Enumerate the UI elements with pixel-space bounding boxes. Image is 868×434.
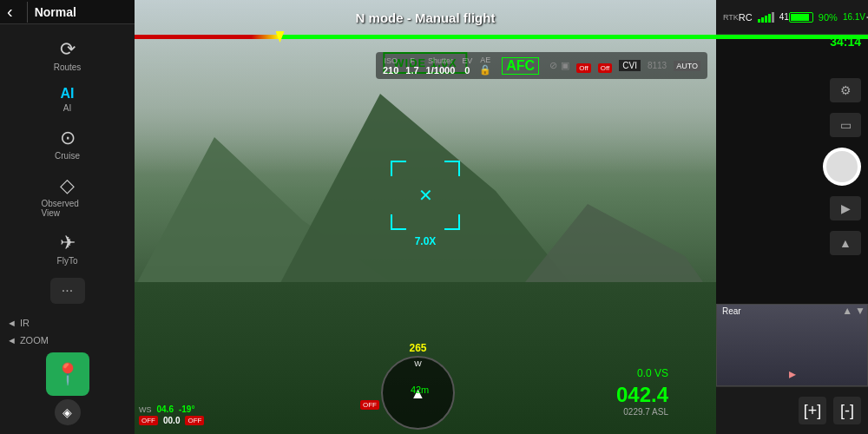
map-icon[interactable]: 📍 [46,352,89,396]
sidebar-item-routes[interactable]: ⟳ Routes [33,33,102,77]
settings-icon: ⚙ [840,83,852,97]
camera-view: N mode - Manual flight WIDE 1.0X ISO 210… [135,0,716,434]
battery-pct: 90% [819,12,838,23]
right-top-status: RTK RC 41 90% 16.1V ··· [716,0,868,35]
map-sub-button[interactable]: ◈ [55,399,81,425]
progress-bar-red [135,35,280,39]
observed-icon: ◇ [60,174,75,197]
flyto-icon: ✈ [60,232,76,254]
battery-fill [791,14,810,21]
zoom-in-button[interactable]: [+] [799,397,826,424]
sidebar-item-cruise[interactable]: ⊙ Cruise [33,122,102,166]
rtk-status: RTK [723,13,739,22]
top-bar: ‹ Normal [0,0,135,24]
play-button[interactable]: ▶ [830,196,861,220]
flyto-label: FlyTo [57,256,78,266]
divider [27,2,28,23]
ai-label: AI [63,103,71,113]
sidebar-item-flyto[interactable]: ✈ FlyTo [33,227,102,271]
rc-signal-value: 41 [779,12,789,22]
ir-triangle-icon: ◄ [7,318,16,328]
zoom-in-icon: [+] [804,402,822,420]
more-button[interactable]: ··· [50,278,85,304]
battery-bar [789,12,813,23]
nav-items: ⟳ Routes AI AI ⊙ Cruise ◇ Observed View … [0,24,135,307]
right-sidebar: RTK RC 41 90% 16.1V ··· 34:14 ⚙ [716,0,868,434]
nav-up-icon: ▲ [839,236,852,250]
nav-up-button[interactable]: ▲ [830,231,861,255]
ir-label[interactable]: ◄ IR [7,314,128,332]
rear-camera: Rear ▲ ▼ ▸ [716,304,868,386]
flight-mode-title: N mode - Manual flight [356,10,496,25]
rear-nav-icon: ▸ [789,365,796,382]
rtk-label: RTK [723,13,739,22]
timer-display: 34:14 [830,35,861,49]
sidebar-item-ai[interactable]: AI AI [33,81,102,118]
battery-voltage: 16.1V [843,12,865,22]
sidebar-bottom: ◄ IR ◄ ZOOM 📍 ◈ [0,307,135,434]
routes-label: Routes [54,62,82,72]
zoom-triangle-icon: ◄ [7,335,16,345]
rear-up-button[interactable]: ▲ [842,305,852,317]
back-button[interactable]: ‹ [7,2,13,22]
rear-down-button[interactable]: ▼ [855,305,865,317]
foreground-trees [135,282,716,434]
ai-icon: AI [61,86,75,102]
frame-button[interactable]: ▭ [830,113,861,137]
main-top-bar: N mode - Manual flight [135,0,716,35]
zoom-label[interactable]: ◄ ZOOM [7,332,128,349]
shutter-inner [826,151,858,182]
right-controls: ⚙ ▭ ▶ ▲ [716,35,868,255]
rc-status: RC 41 [739,12,789,23]
frame-icon: ▭ [840,118,852,132]
routes-icon: ⟳ [60,38,76,61]
sidebar-item-observed-view[interactable]: ◇ Observed View [33,169,102,223]
settings-button[interactable]: ⚙ [830,78,861,102]
rc-signal-bars [758,12,774,23]
rear-camera-controls: ▲ ▼ [842,305,865,317]
mode-label[interactable]: Normal [35,5,76,19]
battery-status: 90% 16.1V [789,12,865,23]
left-sidebar: ‹ Normal ⟳ Routes AI AI ⊙ Cruise ◇ Obser… [0,0,135,434]
cruise-label: Cruise [55,151,80,161]
play-icon: ▶ [841,201,851,215]
progress-bar [135,35,716,39]
zoom-out-button[interactable]: [-] [833,397,861,424]
shutter-button[interactable] [823,148,861,186]
zoom-controls: [+] [-] [716,386,868,434]
cruise-icon: ⊙ [60,127,76,149]
rc-label: RC [739,12,753,23]
rear-camera-label: Rear [722,306,741,316]
observed-label: Observed View [42,199,94,218]
zoom-out-icon: [-] [840,402,854,420]
